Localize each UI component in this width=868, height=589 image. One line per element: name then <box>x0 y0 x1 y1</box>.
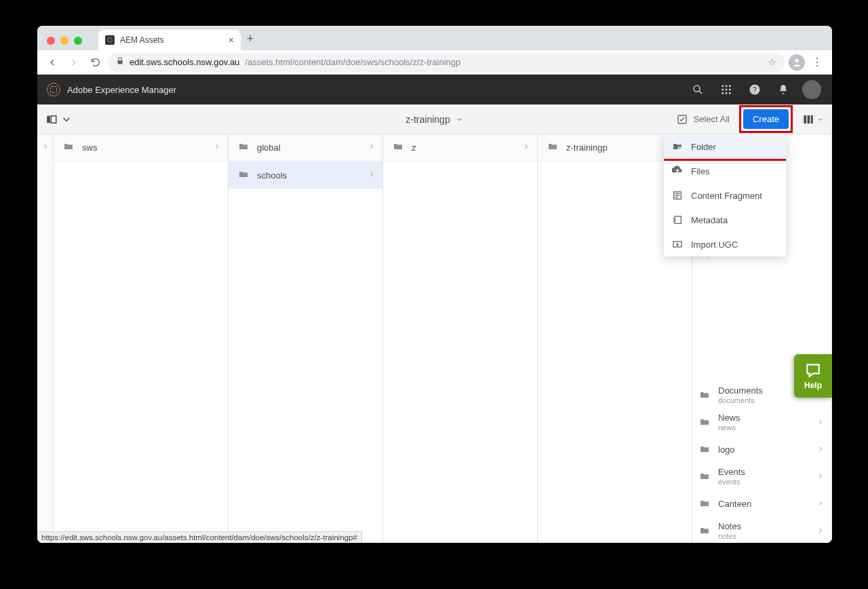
column-1: sws <box>54 134 229 543</box>
svg-point-10 <box>726 92 728 94</box>
aem-brand: Adobe Experience Manager <box>67 85 176 95</box>
create-label: Create <box>753 114 779 124</box>
folder-icon <box>699 390 710 402</box>
status-url: https://edit.sws.schools.nsw.gov.au/asse… <box>41 533 357 542</box>
svg-text:?: ? <box>753 86 757 94</box>
rail-toggle[interactable] <box>45 113 73 126</box>
svg-rect-15 <box>51 115 56 123</box>
help-icon[interactable]: ? <box>744 79 766 100</box>
chevron-right-icon <box>368 170 376 180</box>
svg-point-9 <box>722 92 724 94</box>
create-menu: Folder Files Content Fragment Metadata I… <box>664 134 786 256</box>
action-bar: z-trainingp Select All Create <box>37 104 832 134</box>
folder-label: z <box>412 142 416 153</box>
folder-item-schools[interactable]: schools <box>229 162 382 189</box>
folder-label: Canteen <box>718 499 751 510</box>
column-view: sws global schools z <box>37 134 832 543</box>
folder-labels: Eventsevents <box>718 468 745 487</box>
svg-rect-18 <box>808 115 810 124</box>
svg-point-6 <box>722 89 724 91</box>
aem-header: Adobe Experience Manager ? <box>37 75 832 104</box>
column-2: global schools <box>229 134 383 543</box>
solutions-icon[interactable] <box>715 79 737 100</box>
close-tab-icon[interactable]: × <box>229 35 234 45</box>
column-handle[interactable] <box>37 134 54 543</box>
menu-item-label: Content Fragment <box>691 191 762 201</box>
back-button[interactable] <box>43 53 62 72</box>
folder-item[interactable]: Newsnews <box>692 409 831 436</box>
close-window-button[interactable] <box>47 37 55 45</box>
folder-item-z[interactable]: z <box>383 134 537 162</box>
browser-toolbar: edit.sws.schools.nsw.gov.au/assets.html/… <box>37 50 832 75</box>
chevron-right-icon <box>816 418 825 428</box>
reload-button[interactable] <box>86 53 105 72</box>
menu-item-label: Metadata <box>691 215 728 225</box>
svg-point-0 <box>108 38 113 43</box>
breadcrumb[interactable]: z-trainingp <box>406 114 463 125</box>
chevron-right-icon <box>816 445 825 455</box>
folder-label: schools <box>257 170 287 180</box>
select-all-label: Select All <box>693 114 729 124</box>
lock-icon <box>116 57 124 67</box>
breadcrumb-label: z-trainingp <box>406 114 450 125</box>
folder-icon <box>699 417 710 430</box>
folder-item[interactable]: logo <box>692 436 831 463</box>
folder-item[interactable]: Eventsevents <box>692 463 831 491</box>
tab-title: AEM Assets <box>120 35 164 45</box>
user-avatar[interactable] <box>801 79 823 100</box>
folder-label: sws <box>82 142 97 153</box>
folder-item-global[interactable]: global <box>229 134 382 162</box>
folder-icon <box>699 525 710 538</box>
folder-label: Notes <box>718 522 741 532</box>
browser-menu-button[interactable]: ⋮ <box>808 56 827 69</box>
zoom-window-button[interactable] <box>74 37 82 45</box>
create-content-fragment-item[interactable]: Content Fragment <box>664 183 786 208</box>
svg-point-7 <box>726 89 728 91</box>
browser-window: AEM Assets × + edit.sws.schools.nsw.gov.… <box>37 26 832 543</box>
browser-tab[interactable]: AEM Assets × <box>98 30 241 50</box>
help-badge[interactable]: Help <box>794 354 832 398</box>
folder-sublabel: notes <box>718 532 741 541</box>
create-button[interactable]: Create <box>743 109 789 129</box>
folder-item[interactable]: Notesnotes <box>692 518 831 543</box>
folder-sublabel: events <box>718 478 745 487</box>
bookmark-icon[interactable]: ☆ <box>768 57 776 67</box>
folder-icon <box>699 498 710 511</box>
folder-labels: Notesnotes <box>718 522 741 541</box>
forward-button[interactable] <box>64 53 83 72</box>
search-icon[interactable] <box>687 79 709 100</box>
profile-button[interactable] <box>787 53 806 72</box>
svg-point-11 <box>729 92 731 94</box>
browser-tab-bar: AEM Assets × + <box>37 26 832 50</box>
aem-logo-icon[interactable] <box>47 83 60 96</box>
create-files-item[interactable]: Files <box>664 159 786 183</box>
create-folder-item[interactable]: Folder <box>664 134 786 159</box>
folder-item-sws[interactable]: sws <box>54 134 228 162</box>
view-switcher[interactable] <box>802 113 824 126</box>
new-tab-button[interactable]: + <box>241 32 260 50</box>
folder-icon <box>547 141 558 154</box>
chevron-right-icon <box>213 142 221 153</box>
folder-item[interactable]: Canteen <box>692 491 831 518</box>
menu-item-label: Folder <box>691 142 716 152</box>
url-host: edit.sws.schools.nsw.gov.au <box>130 57 239 67</box>
svg-rect-14 <box>47 115 50 123</box>
folder-icon <box>238 169 249 182</box>
status-bar: https://edit.sws.schools.nsw.gov.au/asse… <box>37 531 362 543</box>
address-bar[interactable]: edit.sws.schools.nsw.gov.au/assets.html/… <box>108 53 785 72</box>
create-button-highlight: Create <box>739 105 793 133</box>
notifications-icon[interactable] <box>772 79 794 100</box>
folder-label: logo <box>718 445 735 455</box>
create-import-ugc-item[interactable]: Import UGC <box>664 232 786 256</box>
url-path: /assets.html/content/dam/doe/sws/schools… <box>245 57 460 67</box>
folder-icon <box>699 444 710 457</box>
help-label: Help <box>804 381 822 390</box>
chevron-right-icon <box>816 472 825 482</box>
select-all-button[interactable]: Select All <box>677 114 729 125</box>
folder-sublabel: documents <box>718 396 763 405</box>
create-metadata-item[interactable]: Metadata <box>664 208 786 232</box>
minimize-window-button[interactable] <box>60 37 68 45</box>
svg-point-5 <box>729 85 731 87</box>
folder-icon <box>393 141 403 154</box>
chevron-right-icon <box>368 142 376 153</box>
